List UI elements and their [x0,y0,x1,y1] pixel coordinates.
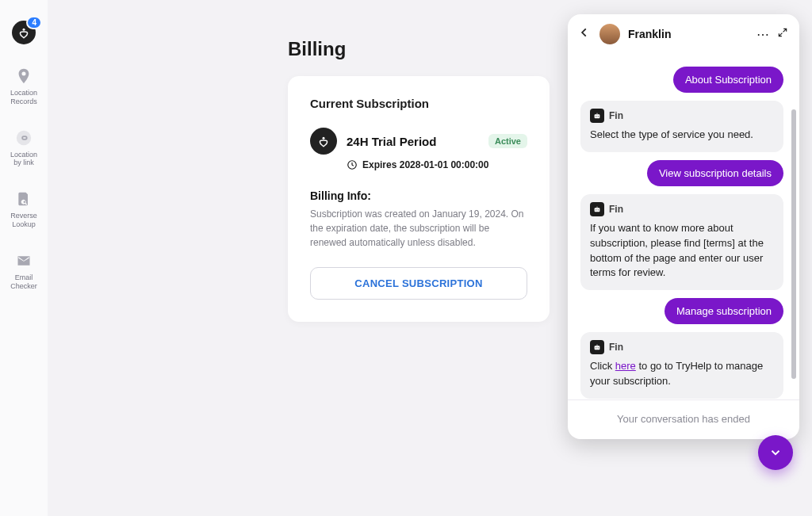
svg-point-9 [598,209,599,210]
svg-rect-7 [595,208,600,212]
bot-name-label: Fin [609,110,623,121]
tryhelp-link[interactable]: here [615,360,636,372]
svg-rect-4 [595,114,600,118]
avatar [599,24,620,44]
svg-point-1 [17,130,31,144]
chat-name: Franklin [628,28,749,40]
sidebar-item-label: Location by link [10,151,37,168]
bot-message: Fin Select the type of service you need. [580,101,783,152]
location-pin-icon [14,67,33,86]
chat-widget: Franklin ⋯ About Subscription Fin Select… [568,14,799,439]
bot-name-label: Fin [609,342,623,353]
sidebar: 4 Location Records Location by link Reve… [0,0,48,516]
svg-point-0 [23,29,25,31]
sidebar-item-reverse-lookup[interactable]: Reverse Lookup [0,189,48,229]
svg-rect-10 [595,346,600,350]
svg-point-5 [596,116,596,117]
more-icon[interactable]: ⋯ [756,27,769,42]
document-search-icon [14,189,33,208]
bot-icon [590,202,604,216]
sidebar-item-label: Reverse Lookup [10,212,37,229]
svg-point-11 [596,347,596,348]
bot-message: Fin If you want to know more about subsc… [580,194,783,290]
clock-icon [347,159,358,170]
cancel-subscription-button[interactable]: CANCEL SUBSCRIPTION [310,267,527,300]
current-subscription-heading: Current Subscription [310,97,527,110]
bot-icon [590,340,604,354]
bot-name-label: Fin [609,204,623,215]
svg-point-6 [598,116,599,117]
user-message-manage-subscription[interactable]: Manage subscription [665,298,783,324]
bot-text: If you want to know more about subscript… [590,221,774,281]
user-message-view-subscription-details[interactable]: View subscription details [647,160,783,186]
scrollbar[interactable] [791,109,796,379]
subscription-card: Current Subscription 24H Trial Period Ac… [288,76,550,322]
app-logo[interactable]: 4 [12,21,36,44]
svg-point-2 [323,137,325,140]
expires-label: Expires 2028-01-01 00:00:00 [362,159,488,170]
sidebar-item-location-records[interactable]: Location Records [0,67,48,106]
page-title: Billing [288,38,550,60]
svg-point-8 [596,209,596,210]
status-badge: Active [488,134,527,148]
bot-text: Click here to go to TryHelp to manage yo… [590,359,774,389]
svg-point-12 [598,347,599,348]
plan-name: 24H Trial Period [347,135,436,148]
chat-toggle-button[interactable] [758,435,793,470]
notification-badge: 4 [26,16,42,29]
bot-message: Fin Click here to go to TryHelp to manag… [580,332,783,399]
billing-info-text: Susbcription was created on January 19, … [310,207,527,250]
user-message-about-subscription[interactable]: About Subscription [673,67,783,93]
chat-footer: Your conversation has ended [568,399,799,439]
billing-info-label: Billing Info: [310,189,527,202]
sidebar-item-label: Location Records [10,89,37,106]
link-icon [14,128,33,147]
chat-header: Franklin ⋯ [568,14,799,54]
sidebar-item-location-by-link[interactable]: Location by link [0,128,48,168]
expand-icon[interactable] [777,27,788,41]
chat-body: About Subscription Fin Select the type o… [568,54,799,399]
sidebar-item-email-checker[interactable]: Email Checker [0,251,48,291]
sidebar-item-label: Email Checker [10,273,37,291]
plan-logo-icon [310,128,337,155]
bot-icon [590,109,604,123]
back-icon[interactable] [579,27,592,41]
mail-icon [14,251,33,270]
bot-text: Select the type of service you need. [590,128,774,143]
